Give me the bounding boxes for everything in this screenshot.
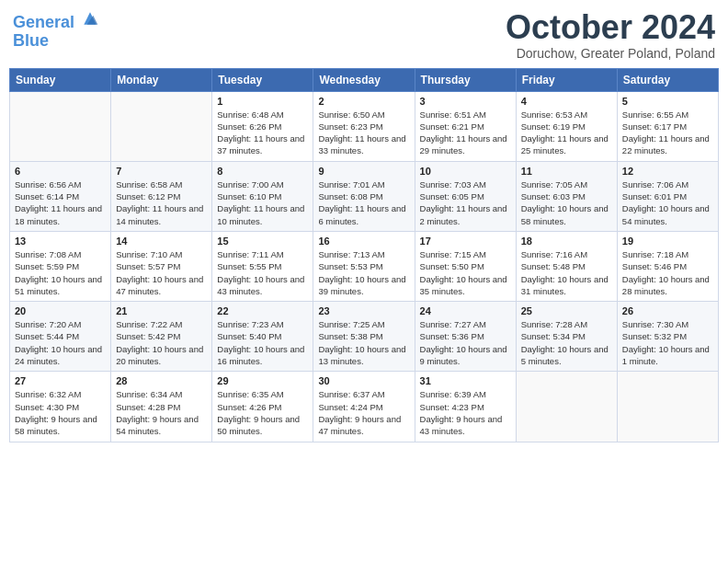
- day-info: Sunrise: 7:28 AMSunset: 5:34 PMDaylight:…: [521, 318, 612, 367]
- day-info: Sunrise: 7:22 AMSunset: 5:42 PMDaylight:…: [116, 318, 207, 367]
- calendar-cell: 13Sunrise: 7:08 AMSunset: 5:59 PMDayligh…: [10, 231, 111, 301]
- day-number: 31: [420, 375, 511, 386]
- calendar-cell: 28Sunrise: 6:34 AMSunset: 4:28 PMDayligh…: [111, 372, 212, 442]
- calendar-cell: 18Sunrise: 7:16 AMSunset: 5:48 PMDayligh…: [516, 231, 617, 301]
- weekday-header: Tuesday: [212, 68, 313, 91]
- day-number: 21: [116, 305, 207, 316]
- calendar-cell: 29Sunrise: 6:35 AMSunset: 4:26 PMDayligh…: [212, 372, 313, 442]
- page-header: General Blue October 2024 Doruchow, Grea…: [9, 9, 719, 61]
- calendar-cell: 23Sunrise: 7:25 AMSunset: 5:38 PMDayligh…: [313, 302, 415, 372]
- day-number: 30: [318, 375, 409, 386]
- day-info: Sunrise: 7:06 AMSunset: 6:01 PMDaylight:…: [622, 178, 713, 227]
- calendar-cell: 2Sunrise: 6:50 AMSunset: 6:23 PMDaylight…: [313, 91, 415, 161]
- weekday-header-row: SundayMondayTuesdayWednesdayThursdayFrid…: [10, 68, 719, 91]
- day-info: Sunrise: 6:55 AMSunset: 6:17 PMDaylight:…: [622, 109, 713, 157]
- calendar-cell: 25Sunrise: 7:28 AMSunset: 5:34 PMDayligh…: [516, 302, 617, 372]
- day-info: Sunrise: 7:25 AMSunset: 5:38 PMDaylight:…: [318, 318, 409, 367]
- calendar-cell: 17Sunrise: 7:15 AMSunset: 5:50 PMDayligh…: [415, 231, 516, 301]
- weekday-header: Wednesday: [313, 68, 415, 91]
- day-info: Sunrise: 7:00 AMSunset: 6:10 PMDaylight:…: [217, 178, 308, 227]
- logo-text: General: [13, 9, 99, 32]
- calendar-cell: 15Sunrise: 7:11 AMSunset: 5:55 PMDayligh…: [212, 231, 313, 301]
- day-number: 1: [217, 96, 308, 107]
- day-number: 12: [622, 166, 713, 177]
- day-number: 27: [15, 375, 106, 386]
- day-info: Sunrise: 7:03 AMSunset: 6:05 PMDaylight:…: [420, 178, 511, 227]
- calendar-week-row: 6Sunrise: 6:56 AMSunset: 6:14 PMDaylight…: [10, 161, 719, 231]
- calendar-cell: 8Sunrise: 7:00 AMSunset: 6:10 PMDaylight…: [212, 161, 313, 231]
- calendar-cell: [516, 372, 617, 442]
- day-info: Sunrise: 6:32 AMSunset: 4:30 PMDaylight:…: [15, 388, 106, 437]
- day-info: Sunrise: 7:20 AMSunset: 5:44 PMDaylight:…: [15, 318, 106, 367]
- weekday-header: Thursday: [415, 68, 516, 91]
- day-info: Sunrise: 7:23 AMSunset: 5:40 PMDaylight:…: [217, 318, 308, 367]
- day-info: Sunrise: 7:18 AMSunset: 5:46 PMDaylight:…: [622, 248, 713, 297]
- day-info: Sunrise: 7:05 AMSunset: 6:03 PMDaylight:…: [521, 178, 612, 227]
- day-number: 15: [217, 236, 308, 247]
- calendar-cell: 3Sunrise: 6:51 AMSunset: 6:21 PMDaylight…: [415, 91, 516, 161]
- calendar-cell: [10, 91, 111, 161]
- calendar-cell: 7Sunrise: 6:58 AMSunset: 6:12 PMDaylight…: [111, 161, 212, 231]
- calendar-cell: 19Sunrise: 7:18 AMSunset: 5:46 PMDayligh…: [617, 231, 718, 301]
- day-number: 16: [318, 236, 409, 247]
- day-number: 18: [521, 236, 612, 247]
- calendar-week-row: 20Sunrise: 7:20 AMSunset: 5:44 PMDayligh…: [10, 302, 719, 372]
- day-number: 13: [15, 236, 106, 247]
- location: Doruchow, Greater Poland, Poland: [506, 46, 715, 61]
- day-number: 19: [622, 236, 713, 247]
- day-number: 6: [15, 166, 106, 177]
- day-number: 24: [420, 305, 511, 316]
- calendar-cell: 11Sunrise: 7:05 AMSunset: 6:03 PMDayligh…: [516, 161, 617, 231]
- day-number: 14: [116, 236, 207, 247]
- calendar-cell: 10Sunrise: 7:03 AMSunset: 6:05 PMDayligh…: [415, 161, 516, 231]
- calendar-cell: 9Sunrise: 7:01 AMSunset: 6:08 PMDaylight…: [313, 161, 415, 231]
- calendar-cell: 14Sunrise: 7:10 AMSunset: 5:57 PMDayligh…: [111, 231, 212, 301]
- weekday-header: Sunday: [10, 68, 111, 91]
- day-number: 25: [521, 305, 612, 316]
- day-number: 7: [116, 166, 207, 177]
- day-info: Sunrise: 6:50 AMSunset: 6:23 PMDaylight:…: [318, 109, 409, 157]
- calendar-cell: 5Sunrise: 6:55 AMSunset: 6:17 PMDaylight…: [617, 91, 718, 161]
- day-info: Sunrise: 7:27 AMSunset: 5:36 PMDaylight:…: [420, 318, 511, 367]
- calendar-cell: 24Sunrise: 7:27 AMSunset: 5:36 PMDayligh…: [415, 302, 516, 372]
- day-number: 10: [420, 166, 511, 177]
- day-info: Sunrise: 7:15 AMSunset: 5:50 PMDaylight:…: [420, 248, 511, 297]
- day-number: 5: [622, 96, 713, 107]
- day-info: Sunrise: 6:35 AMSunset: 4:26 PMDaylight:…: [217, 388, 308, 437]
- calendar-cell: [617, 372, 718, 442]
- day-info: Sunrise: 6:53 AMSunset: 6:19 PMDaylight:…: [521, 109, 612, 157]
- calendar-cell: 6Sunrise: 6:56 AMSunset: 6:14 PMDaylight…: [10, 161, 111, 231]
- calendar-cell: 21Sunrise: 7:22 AMSunset: 5:42 PMDayligh…: [111, 302, 212, 372]
- month-title: October 2024: [506, 9, 715, 46]
- day-number: 20: [15, 305, 106, 316]
- day-number: 2: [318, 96, 409, 107]
- day-number: 4: [521, 96, 612, 107]
- day-number: 11: [521, 166, 612, 177]
- weekday-header: Friday: [516, 68, 617, 91]
- calendar-week-row: 1Sunrise: 6:48 AMSunset: 6:26 PMDaylight…: [10, 91, 719, 161]
- calendar-table: SundayMondayTuesdayWednesdayThursdayFrid…: [9, 68, 719, 442]
- calendar-week-row: 13Sunrise: 7:08 AMSunset: 5:59 PMDayligh…: [10, 231, 719, 301]
- day-info: Sunrise: 6:39 AMSunset: 4:23 PMDaylight:…: [420, 388, 511, 437]
- day-number: 23: [318, 305, 409, 316]
- logo-line2: Blue: [13, 32, 99, 51]
- day-number: 8: [217, 166, 308, 177]
- title-block: October 2024 Doruchow, Greater Poland, P…: [506, 9, 715, 61]
- weekday-header: Saturday: [617, 68, 718, 91]
- calendar-week-row: 27Sunrise: 6:32 AMSunset: 4:30 PMDayligh…: [10, 372, 719, 442]
- calendar-cell: 1Sunrise: 6:48 AMSunset: 6:26 PMDaylight…: [212, 91, 313, 161]
- day-number: 22: [217, 305, 308, 316]
- calendar-cell: 31Sunrise: 6:39 AMSunset: 4:23 PMDayligh…: [415, 372, 516, 442]
- day-info: Sunrise: 7:01 AMSunset: 6:08 PMDaylight:…: [318, 178, 409, 227]
- day-number: 9: [318, 166, 409, 177]
- day-number: 3: [420, 96, 511, 107]
- day-info: Sunrise: 6:34 AMSunset: 4:28 PMDaylight:…: [116, 388, 207, 437]
- day-number: 17: [420, 236, 511, 247]
- calendar-cell: 12Sunrise: 7:06 AMSunset: 6:01 PMDayligh…: [617, 161, 718, 231]
- calendar-cell: 4Sunrise: 6:53 AMSunset: 6:19 PMDaylight…: [516, 91, 617, 161]
- day-info: Sunrise: 6:51 AMSunset: 6:21 PMDaylight:…: [420, 109, 511, 157]
- day-info: Sunrise: 7:13 AMSunset: 5:53 PMDaylight:…: [318, 248, 409, 297]
- logo: General Blue: [13, 9, 99, 51]
- calendar-cell: 30Sunrise: 6:37 AMSunset: 4:24 PMDayligh…: [313, 372, 415, 442]
- day-info: Sunrise: 6:58 AMSunset: 6:12 PMDaylight:…: [116, 178, 207, 227]
